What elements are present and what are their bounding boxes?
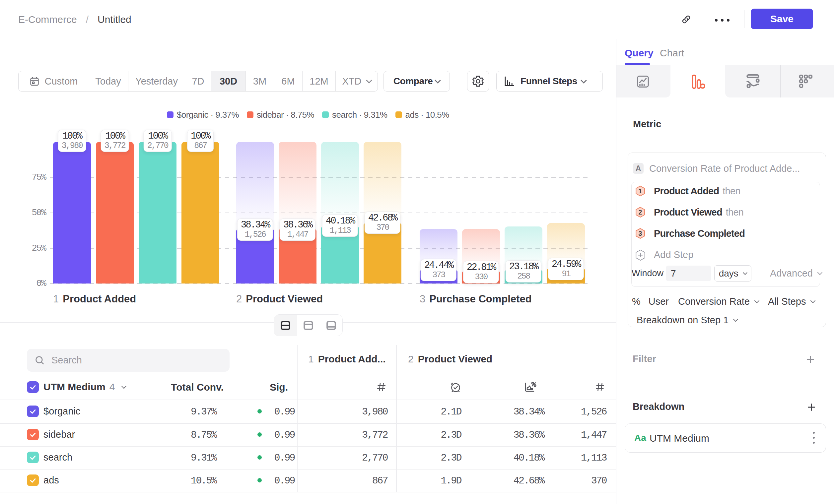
- svg-text:1: 1: [639, 187, 642, 194]
- svg-text:2: 2: [639, 209, 642, 216]
- svg-text:3: 3: [639, 230, 642, 237]
